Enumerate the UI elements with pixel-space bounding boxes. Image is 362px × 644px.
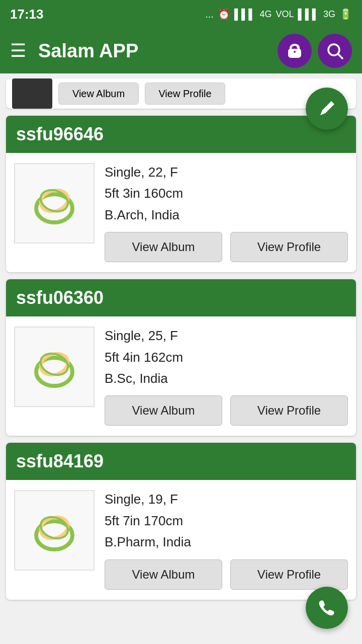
partial-view-profile-button[interactable]: View Profile [145, 83, 225, 105]
username-0: ssfu96646 [16, 124, 104, 144]
card-body-2: Single, 19, F 5ft 7in 170cm B.Pharm, Ind… [6, 480, 356, 599]
search-button[interactable] [318, 34, 352, 68]
card-body-1: Single, 25, F 5ft 4in 162cm B.Sc, India … [6, 316, 356, 436]
edit-fab-button[interactable] [306, 88, 348, 130]
salam-logo-1 [24, 337, 84, 397]
card-header-1: ssfu06360 [6, 279, 356, 316]
view-profile-button-1[interactable]: View Profile [230, 395, 348, 426]
card-education-country-1: B.Sc, India [105, 369, 348, 387]
avatar-2 [14, 490, 95, 571]
view-profile-button-0[interactable]: View Profile [230, 232, 348, 262]
svg-line-1 [338, 54, 342, 58]
card-height-0: 5ft 3in 160cm [105, 184, 348, 202]
card-buttons-2: View Album View Profile [105, 559, 348, 590]
view-album-button-2[interactable]: View Album [105, 559, 222, 590]
profile-card-2: ssfu84169 Single, 19, F 5ft 7in 170cm B.… [6, 443, 356, 599]
user-shield-button[interactable] [278, 34, 312, 68]
card-height-2: 5ft 7in 170cm [105, 512, 348, 530]
salam-logo-0 [24, 173, 84, 233]
card-education-country-0: B.Arch, India [105, 206, 348, 224]
card-header-0: ssfu96646 [6, 116, 356, 153]
status-icons: ... ⏰ ▌▌▌ 4G VOL ▌▌▌ 3G 🔋 [205, 8, 352, 20]
card-height-1: 5ft 4in 162cm [105, 348, 348, 366]
status-time: 17:13 [10, 7, 44, 22]
card-buttons-0: View Album View Profile [105, 232, 348, 262]
salam-logo-2 [24, 500, 84, 560]
svg-point-4 [38, 187, 71, 215]
partial-avatar [12, 78, 52, 109]
card-body-0: Single, 22, F 5ft 3in 160cm B.Arch, Indi… [6, 153, 356, 272]
card-status-age-gender-1: Single, 25, F [105, 327, 348, 345]
card-info-0: Single, 22, F 5ft 3in 160cm B.Arch, Indi… [105, 163, 348, 262]
partial-view-album-button[interactable]: View Album [58, 83, 139, 105]
partial-card: View Album View Profile [6, 78, 356, 109]
username-1: ssfu06360 [16, 287, 104, 308]
svg-point-10 [38, 514, 71, 542]
phone-icon [317, 598, 337, 618]
username-2: ssfu84169 [16, 451, 104, 471]
card-education-country-2: B.Pharm, India [105, 533, 348, 551]
user-shield-icon [286, 42, 304, 60]
profile-card-1: ssfu06360 Single, 25, F 5ft 4in 162cm B.… [6, 279, 356, 436]
view-profile-button-2[interactable]: View Profile [230, 559, 348, 590]
card-status-age-gender-2: Single, 19, F [105, 490, 348, 508]
phone-fab-button[interactable] [306, 587, 348, 629]
view-album-button-1[interactable]: View Album [105, 395, 222, 426]
card-header-2: ssfu84169 [6, 443, 356, 480]
app-title: Salam APP [38, 40, 138, 62]
app-header: ☰ Salam APP [0, 28, 362, 73]
card-info-1: Single, 25, F 5ft 4in 162cm B.Sc, India … [105, 327, 348, 426]
avatar-1 [14, 327, 95, 407]
header-actions [278, 34, 352, 68]
card-buttons-1: View Album View Profile [105, 395, 348, 426]
pencil-icon [317, 99, 336, 118]
status-bar: 17:13 ... ⏰ ▌▌▌ 4G VOL ▌▌▌ 3G 🔋 [0, 0, 362, 28]
card-status-age-gender-0: Single, 22, F [105, 163, 348, 181]
view-album-button-0[interactable]: View Album [105, 232, 222, 262]
avatar-0 [14, 163, 95, 244]
svg-point-7 [38, 350, 71, 379]
search-icon [325, 41, 344, 60]
profile-card-0: ssfu96646 Single, 22, F 5ft 3in 160cm B.… [6, 116, 356, 272]
card-info-2: Single, 19, F 5ft 7in 170cm B.Pharm, Ind… [105, 490, 348, 589]
main-content: View Album View Profile ssfu96646 [0, 78, 362, 600]
menu-icon[interactable]: ☰ [10, 40, 26, 61]
